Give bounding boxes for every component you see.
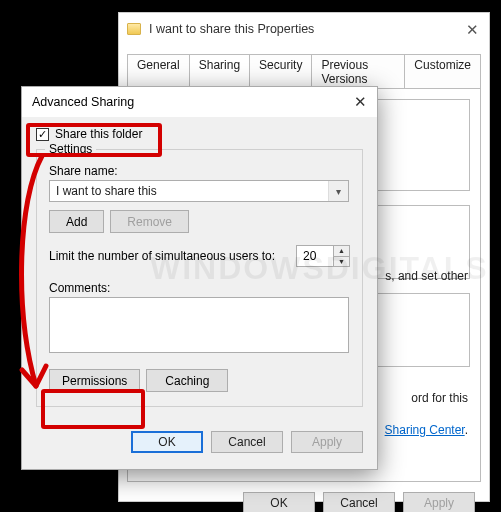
add-button[interactable]: Add xyxy=(49,210,104,233)
sharing-center-link[interactable]: Sharing Center xyxy=(385,423,465,437)
link-suffix: . xyxy=(465,423,468,437)
spinner-up-icon[interactable]: ▲ xyxy=(334,246,349,257)
advanced-titlebar: Advanced Sharing ✕ xyxy=(22,87,377,117)
snippet-text-1: s, and set other xyxy=(385,269,468,283)
tab-security[interactable]: Security xyxy=(249,54,312,89)
add-remove-row: Add Remove xyxy=(49,210,350,233)
advanced-title-text: Advanced Sharing xyxy=(32,95,134,109)
advanced-cancel-button[interactable]: Cancel xyxy=(211,431,283,453)
settings-group-label: Settings xyxy=(45,142,96,156)
advanced-ok-button[interactable]: OK xyxy=(131,431,203,453)
tab-previous-versions[interactable]: Previous Versions xyxy=(311,54,405,89)
limit-value: 20 xyxy=(303,249,316,263)
folder-icon xyxy=(127,23,141,35)
permissions-button[interactable]: Permissions xyxy=(49,369,140,392)
snippet-text-2: ord for this xyxy=(411,391,468,405)
advanced-apply-button[interactable]: Apply xyxy=(291,431,363,453)
limit-spinner[interactable]: 20 ▲ ▼ xyxy=(296,245,350,267)
properties-button-row: OK Cancel Apply xyxy=(119,482,489,512)
remove-button[interactable]: Remove xyxy=(110,210,189,233)
caching-button[interactable]: Caching xyxy=(146,369,228,392)
comments-textarea[interactable] xyxy=(49,297,349,353)
limit-label: Limit the number of simultaneous users t… xyxy=(49,249,275,263)
share-name-label: Share name: xyxy=(49,164,350,178)
share-folder-checkbox[interactable]: ✓ xyxy=(36,128,49,141)
close-icon[interactable]: ✕ xyxy=(466,21,479,39)
spinner-down-icon[interactable]: ▼ xyxy=(334,257,349,267)
tab-sharing[interactable]: Sharing xyxy=(189,54,250,89)
tab-customize[interactable]: Customize xyxy=(404,54,481,89)
properties-titlebar: I want to share this Properties ✕ xyxy=(119,13,489,45)
share-folder-row: ✓ Share this folder xyxy=(36,127,363,141)
advanced-body: ✓ Share this folder Settings Share name:… xyxy=(22,117,377,417)
properties-tabs: General Sharing Security Previous Versio… xyxy=(119,45,489,88)
properties-cancel-button[interactable]: Cancel xyxy=(323,492,395,512)
perm-cache-row: Permissions Caching xyxy=(49,369,350,392)
limit-row: Limit the number of simultaneous users t… xyxy=(49,245,350,267)
share-folder-label: Share this folder xyxy=(55,127,142,141)
advanced-sharing-dialog: Advanced Sharing ✕ ✓ Share this folder S… xyxy=(21,86,378,470)
comments-label: Comments: xyxy=(49,281,350,295)
chevron-down-icon: ▾ xyxy=(328,181,348,201)
settings-group: Settings Share name: I want to share thi… xyxy=(36,149,363,407)
spinner-arrows[interactable]: ▲ ▼ xyxy=(333,246,349,266)
share-name-value: I want to share this xyxy=(56,184,157,198)
properties-ok-button[interactable]: OK xyxy=(243,492,315,512)
properties-apply-button[interactable]: Apply xyxy=(403,492,475,512)
properties-title-text: I want to share this Properties xyxy=(149,22,314,36)
share-name-dropdown[interactable]: I want to share this ▾ xyxy=(49,180,349,202)
close-icon[interactable]: ✕ xyxy=(354,93,367,111)
advanced-button-row: OK Cancel Apply xyxy=(22,417,377,453)
tab-general[interactable]: General xyxy=(127,54,190,89)
